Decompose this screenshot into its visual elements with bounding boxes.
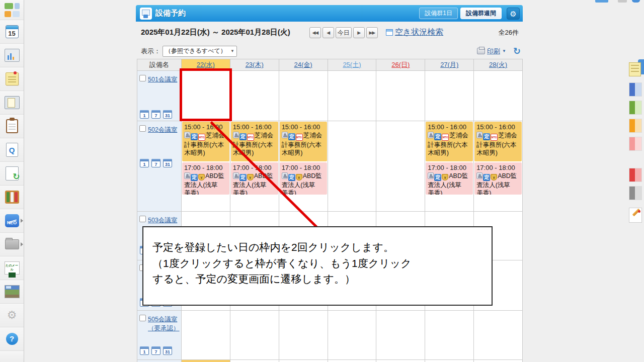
event-audit[interactable]: 17:00 - 18:00定¥ABD監査法人(浅草 美香) <box>280 162 327 195</box>
recurring-badge: 定 <box>483 133 490 140</box>
print-dropdown-caret-icon[interactable]: ▼ <box>502 49 506 53</box>
total-count-label: 全26件 <box>499 28 521 37</box>
prev-week-button[interactable]: ◀◀ <box>309 27 321 38</box>
event-accounting[interactable]: 15:00 - 16:00定MTG芝浦会計事務所(六本木昭男) <box>280 122 327 161</box>
day-cell[interactable] <box>279 311 328 360</box>
event-accounting[interactable]: 15:00 - 16:00定MTG芝浦会計事務所(六本木昭男) <box>426 122 473 161</box>
meeting-badge: MTG <box>442 134 449 141</box>
mini-calendar-1-icon[interactable]: 1 <box>140 159 149 167</box>
next-day-button[interactable]: ▶ <box>353 27 365 38</box>
day-link[interactable]: 23(木) <box>246 61 264 68</box>
meeting-badge: MTG <box>491 134 498 141</box>
day-link[interactable]: 27(月) <box>440 61 458 68</box>
day-cell[interactable] <box>376 311 425 360</box>
sidebar-item-neo[interactable]: NEO <box>0 209 24 233</box>
recurring-badge: 定 <box>191 174 198 181</box>
event-accounting[interactable]: 15:00 - 16:00定MTG芝浦会計事務所(六本木昭男) <box>474 122 522 161</box>
day-cell[interactable] <box>328 71 377 121</box>
event-time: 15:00 - 16:00 <box>282 123 326 131</box>
day-cell[interactable] <box>425 71 474 121</box>
folder-icon <box>5 239 19 249</box>
group-week-view-button[interactable]: 設備群週間 <box>460 8 502 19</box>
sticky-note-icon[interactable] <box>629 62 641 76</box>
mini-calendar-1-icon[interactable]: 1 <box>140 346 149 355</box>
sidebar-item-folder[interactable] <box>0 233 24 256</box>
sidebar-item-portal[interactable] <box>0 0 24 20</box>
day-link[interactable]: 28(火) <box>489 61 507 68</box>
day-link[interactable]: 24(金) <box>294 61 312 68</box>
sidebar-item-document-shelf[interactable] <box>0 186 24 209</box>
sidebar-item-survey[interactable]: Q <box>0 138 24 162</box>
recurring-badge: 定 <box>288 174 295 181</box>
sidebar-item-schedule[interactable]: 15 <box>0 20 24 44</box>
refresh-icon[interactable]: ↻ <box>513 47 521 56</box>
color-swatch-green[interactable] <box>629 101 642 115</box>
next-week-button[interactable]: ▶▶ <box>366 27 378 38</box>
color-swatch-red[interactable] <box>629 168 642 182</box>
event-accounting[interactable]: 15:00 - 16:00定MTG芝浦会計事務所(六本木昭男) <box>231 122 278 161</box>
mini-calendar-7-icon[interactable]: 7 <box>151 346 160 355</box>
group-day-view-button[interactable]: 設備群1日 <box>419 8 458 19</box>
mini-calendar-7-icon[interactable]: 7 <box>151 159 160 167</box>
mini-calendar-31-icon[interactable]: 31 <box>163 159 172 167</box>
today-button[interactable]: 今日 <box>336 27 352 38</box>
color-swatch-blue[interactable] <box>629 82 642 97</box>
color-swatch-pink[interactable] <box>629 137 642 151</box>
color-swatch-orange[interactable] <box>629 119 642 133</box>
day-cell[interactable] <box>279 71 328 121</box>
day-cell[interactable] <box>474 71 523 121</box>
day-cell[interactable] <box>425 311 474 360</box>
day-link[interactable]: 22(水) <box>197 61 215 68</box>
sidebar-item-tanomail[interactable]: たのメール <box>0 256 24 280</box>
pencil-icon[interactable] <box>629 208 642 223</box>
printer-icon[interactable] <box>477 48 485 54</box>
settings-gear-icon[interactable]: ⚙ <box>507 8 520 20</box>
event-title: 定¥ABD監査法人(浅草 美香) <box>428 172 471 195</box>
mini-calendar-7-icon[interactable]: 7 <box>151 110 160 119</box>
event-accounting[interactable]: 15:00 - 16:00定MTG芝浦会計事務所(六本木昭男) <box>182 122 229 161</box>
sidebar-item-minutes-clipboard[interactable] <box>0 115 24 138</box>
day-link[interactable]: 25(土) <box>343 61 361 68</box>
facility-checkbox[interactable] <box>139 75 146 81</box>
facility-link[interactable]: 503会議室 <box>148 217 177 224</box>
availability-search[interactable]: 空き状況検索 <box>386 27 443 38</box>
prev-day-button[interactable]: ◀ <box>323 27 334 38</box>
sidebar-item-memo[interactable] <box>0 67 24 91</box>
sidebar-item-settings[interactable]: ⚙ <box>0 304 24 327</box>
event-audit[interactable]: 17:00 - 18:00定¥ABD監査法人(浅草 美香) <box>182 162 229 195</box>
mini-calendar-31-icon[interactable]: 31 <box>163 110 172 119</box>
facility-link[interactable]: 501会議室 <box>148 76 177 83</box>
day-cell[interactable] <box>182 311 230 360</box>
day-cell[interactable] <box>230 311 279 360</box>
day-cell[interactable] <box>376 121 425 212</box>
facility-approval-link[interactable]: （要承認） <box>148 325 180 332</box>
day-cell[interactable] <box>376 71 425 121</box>
availability-search-link[interactable]: 空き状況検索 <box>395 27 443 38</box>
sidebar-item-bulletin-board[interactable] <box>0 91 24 115</box>
facility-link[interactable]: 505会議室 <box>148 316 177 323</box>
day-cell[interactable] <box>474 311 523 360</box>
facility-link[interactable]: 502会議室 <box>148 126 177 133</box>
print-link[interactable]: 印刷 <box>487 47 500 56</box>
mini-calendar-31-icon[interactable]: 31 <box>163 346 172 355</box>
day-link[interactable]: 26(日) <box>391 61 410 68</box>
sidebar-item-help[interactable]: ? <box>0 327 24 351</box>
event-audit[interactable]: 17:00 - 18:00定¥ABD監査法人(浅草 美香) <box>426 162 473 195</box>
money-bag-icon: ¥ <box>247 174 254 180</box>
sidebar-item-facility-reservation[interactable] <box>0 44 24 67</box>
display-filter-select[interactable]: （参照できるすべて） ▼ <box>163 46 237 57</box>
facility-checkbox[interactable] <box>139 315 146 321</box>
event-audit[interactable]: 17:00 - 18:00定¥ABD監査法人(浅草 美香) <box>474 162 522 195</box>
facility-checkbox[interactable] <box>139 216 146 222</box>
sidebar-item-photo[interactable] <box>0 280 24 304</box>
day-cell[interactable] <box>230 71 279 121</box>
sidebar-item-circulation[interactable] <box>0 162 24 186</box>
day-cell[interactable] <box>328 311 377 360</box>
color-swatch-gray[interactable] <box>629 186 642 200</box>
mini-calendar-1-icon[interactable]: 1 <box>140 110 149 119</box>
event-time: 17:00 - 18:00 <box>428 163 471 172</box>
day-cell[interactable]: 15:00 - 16:00定MTG芝浦会計事務所(六本木昭男)17:00 - 1… <box>474 121 523 212</box>
facility-checkbox[interactable] <box>139 125 146 132</box>
day-cell[interactable] <box>328 121 377 212</box>
day-cell[interactable]: 15:00 - 16:00定MTG芝浦会計事務所(六本木昭男)17:00 - 1… <box>425 121 474 212</box>
